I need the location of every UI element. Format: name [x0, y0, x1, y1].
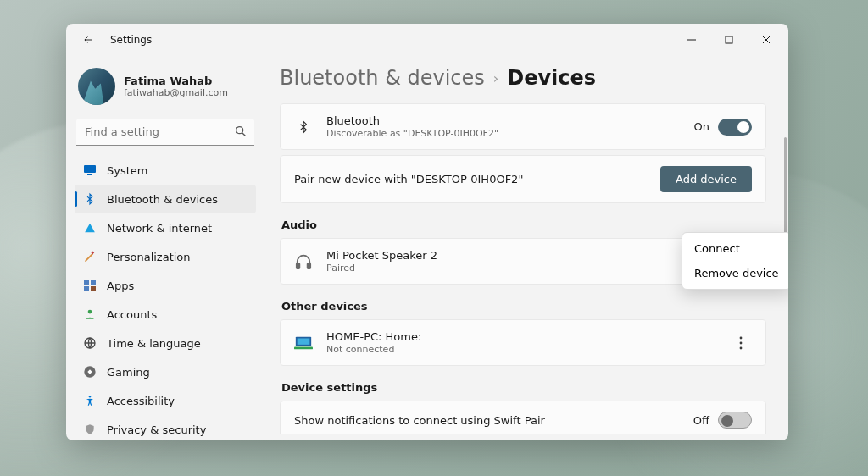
sidebar-item-label: Time & language: [107, 337, 201, 350]
search-box: [76, 119, 254, 146]
sidebar-item-label: Bluetooth & devices: [107, 193, 218, 206]
main-content: Bluetooth & devices › Devices Bluetooth …: [264, 56, 788, 440]
search-input[interactable]: [76, 119, 254, 146]
other-device-more-button[interactable]: [730, 332, 752, 354]
sidebar-item-label: Accounts: [107, 308, 157, 321]
swift-pair-title: Show notifications to connect using Swif…: [294, 414, 545, 427]
svg-rect-20: [294, 346, 313, 349]
sidebar-item-bluetooth-devices[interactable]: Bluetooth & devices: [75, 185, 256, 213]
swift-pair-state-label: Off: [693, 414, 709, 427]
svg-rect-3: [87, 174, 92, 175]
svg-rect-14: [308, 263, 311, 268]
system-icon: [83, 163, 97, 177]
chevron-right-icon: ›: [493, 70, 498, 86]
avatar: [78, 68, 115, 105]
sidebar-item-label: Gaming: [107, 366, 150, 379]
sidebar-item-accessibility[interactable]: Accessibility: [75, 386, 256, 415]
sidebar-item-label: Privacy & security: [107, 423, 206, 436]
swift-pair-toggle[interactable]: [718, 412, 752, 429]
nav: System Bluetooth & devices Network & int…: [75, 156, 256, 440]
close-icon: [762, 36, 771, 44]
titlebar: Settings: [66, 24, 788, 56]
audio-device-status: Paired: [326, 263, 437, 274]
svg-rect-7: [84, 286, 89, 291]
back-button[interactable]: [76, 28, 100, 52]
bluetooth-subtitle: Discoverable as "DESKTOP-0IH0OF2": [326, 128, 498, 139]
maximize-button[interactable]: [710, 27, 748, 53]
menu-connect[interactable]: Connect: [682, 236, 788, 261]
other-device-name: HOME-PC: Home:: [326, 330, 421, 343]
sidebar-item-system[interactable]: System: [75, 156, 256, 185]
svg-rect-0: [726, 36, 732, 43]
arrow-left-icon: [82, 34, 94, 46]
audio-device-name: Mi Pocket Speaker 2: [326, 249, 437, 262]
accounts-icon: [83, 307, 97, 321]
svg-point-9: [88, 310, 92, 314]
svg-rect-8: [91, 286, 96, 291]
add-device-button[interactable]: Add device: [660, 166, 752, 192]
settings-window: Settings Fatima Wahab fatiwahab@gmail.co…: [66, 24, 788, 440]
sidebar-item-apps[interactable]: Apps: [75, 271, 256, 300]
network-icon: [83, 221, 97, 235]
svg-point-12: [89, 396, 91, 397]
maximize-icon: [725, 36, 733, 44]
sidebar-item-label: Accessibility: [107, 395, 175, 407]
apps-icon: [83, 279, 97, 292]
sidebar-item-label: System: [107, 164, 147, 177]
breadcrumb: Bluetooth & devices › Devices: [280, 66, 771, 90]
sidebar-item-label: Apps: [107, 280, 134, 292]
minimize-icon: [687, 36, 696, 44]
sidebar-item-gaming[interactable]: Gaming: [75, 357, 256, 386]
gaming-icon: [83, 365, 97, 379]
computer-icon: [294, 334, 313, 352]
personalization-icon: [83, 250, 97, 263]
sidebar-item-network[interactable]: Network & internet: [75, 213, 256, 242]
profile-email: fatiwahab@gmail.com: [124, 87, 228, 98]
pair-card: Pair new device with "DESKTOP-0IH0OF2" A…: [280, 155, 766, 203]
sidebar-item-privacy[interactable]: Privacy & security: [75, 415, 256, 440]
bluetooth-icon: [294, 119, 313, 136]
other-device-status: Not connected: [326, 344, 421, 355]
close-button[interactable]: [748, 27, 785, 53]
svg-point-21: [740, 336, 743, 339]
menu-remove-device[interactable]: Remove device: [682, 261, 788, 285]
svg-rect-2: [84, 165, 96, 173]
svg-rect-19: [298, 338, 310, 344]
svg-point-22: [740, 341, 743, 344]
page-title: Devices: [507, 66, 596, 90]
device-context-menu: Connect Remove device: [682, 232, 788, 290]
search-icon: [234, 125, 248, 138]
bluetooth-title: Bluetooth: [326, 114, 498, 127]
svg-point-23: [740, 346, 743, 349]
svg-point-1: [236, 127, 243, 134]
section-other: Other devices: [281, 300, 766, 313]
section-device-settings: Device settings: [281, 381, 766, 394]
profile[interactable]: Fatima Wahab fatiwahab@gmail.com: [75, 63, 256, 115]
sidebar-item-accounts[interactable]: Accounts: [75, 300, 256, 329]
privacy-icon: [83, 423, 97, 436]
svg-rect-6: [91, 280, 96, 285]
other-device-card: HOME-PC: Home: Not connected: [280, 319, 766, 366]
window-controls: [673, 27, 785, 53]
headphones-icon: [294, 252, 313, 271]
section-audio: Audio: [281, 219, 766, 231]
swift-pair-card: Show notifications to connect using Swif…: [280, 401, 766, 434]
minimize-button[interactable]: [673, 27, 710, 53]
bluetooth-card: Bluetooth Discoverable as "DESKTOP-0IH0O…: [280, 103, 766, 150]
bluetooth-toggle[interactable]: [718, 119, 752, 136]
pair-text: Pair new device with "DESKTOP-0IH0OF2": [294, 173, 523, 185]
window-title: Settings: [110, 34, 152, 46]
svg-rect-5: [84, 280, 89, 285]
sidebar-item-time-language[interactable]: Time & language: [75, 329, 256, 357]
breadcrumb-parent[interactable]: Bluetooth & devices: [280, 66, 485, 90]
profile-name: Fatima Wahab: [124, 75, 228, 87]
accessibility-icon: [83, 394, 97, 407]
time-language-icon: [83, 336, 97, 350]
sidebar-item-label: Personalization: [107, 251, 191, 263]
sidebar-item-personalization[interactable]: Personalization: [75, 242, 256, 271]
svg-rect-13: [297, 263, 300, 268]
sidebar-item-label: Network & internet: [107, 222, 212, 235]
sidebar: Fatima Wahab fatiwahab@gmail.com System …: [66, 56, 264, 440]
bluetooth-state-label: On: [694, 120, 709, 133]
bluetooth-icon: [83, 192, 97, 206]
